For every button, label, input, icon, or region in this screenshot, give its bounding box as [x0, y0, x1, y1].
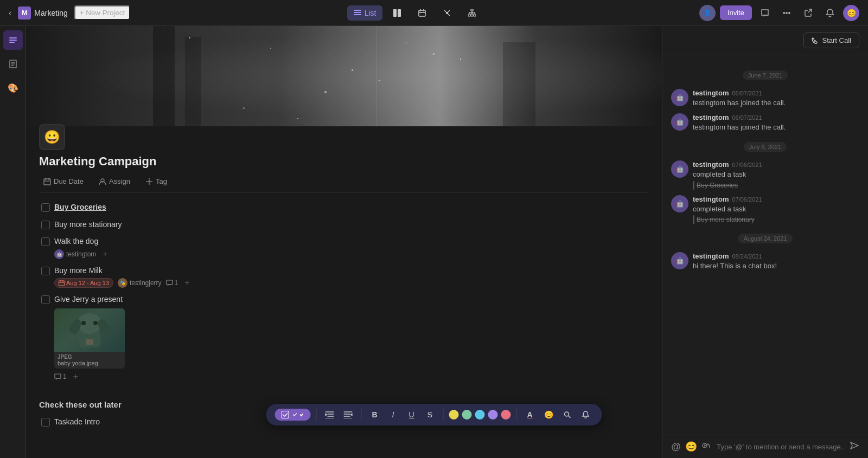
- list-item: 🤖 testingtom 08/24/2021 hi there! This i…: [671, 252, 859, 271]
- color-pink[interactable]: [501, 410, 511, 420]
- tab-orgchart[interactable]: [462, 6, 482, 20]
- task-name-2[interactable]: Buy more stationary: [54, 220, 122, 229]
- strikethrough-btn[interactable]: S: [423, 408, 438, 421]
- table-row: Buy more Milk Aug 12 - Aug 13 🎭 testingj…: [39, 262, 649, 292]
- notification-button[interactable]: [821, 4, 839, 22]
- task-checkbox-3[interactable]: [41, 237, 50, 246]
- task-checkbox-1[interactable]: [41, 203, 50, 212]
- tag-button[interactable]: Tag: [141, 175, 171, 188]
- indent-left-btn[interactable]: [341, 409, 356, 421]
- msg-avatar-2: 🤖: [671, 113, 688, 131]
- msg-avatar-1: 🤖: [671, 89, 688, 106]
- nav-tabs: List: [137, 5, 693, 21]
- assign-button[interactable]: Assign: [94, 175, 135, 188]
- attachment-image-5: [54, 308, 125, 352]
- tab-calendar[interactable]: [412, 6, 432, 20]
- nav-right-icons: 👤 Invite ••• 😊: [699, 4, 859, 22]
- invite-button[interactable]: Invite: [720, 5, 752, 20]
- task-content-1: Buy Groceries: [54, 202, 647, 213]
- msg-text-5: hi there! This is a chat box!: [693, 261, 777, 271]
- project-emoji[interactable]: 😀: [39, 124, 65, 150]
- due-date-button[interactable]: Due Date: [39, 175, 88, 188]
- svg-rect-24: [9, 42, 15, 43]
- tab-list-label: List: [365, 9, 376, 17]
- msg-text-1: testingtom has joined the call.: [693, 98, 786, 108]
- sidebar-item-tasks[interactable]: [3, 30, 23, 50]
- tab-mindmap[interactable]: [437, 6, 457, 20]
- svg-line-51: [569, 416, 571, 418]
- task-5-attachment[interactable]: JPEG baby yoda.jpeg: [54, 308, 125, 369]
- task-ref-bar-3: [693, 181, 694, 190]
- task-checkbox-4[interactable]: [41, 267, 50, 275]
- project-title: Marketing Campaign: [39, 154, 649, 169]
- emoji-format-btn[interactable]: 😊: [541, 408, 557, 421]
- task-name-6[interactable]: Taskade Intro: [54, 417, 100, 426]
- svg-rect-15: [471, 14, 473, 16]
- back-button[interactable]: ‹: [9, 8, 11, 18]
- task-content-5: Give Jerry a present: [54, 294, 647, 382]
- new-project-button[interactable]: + New Project: [74, 5, 130, 20]
- user-avatar[interactable]: 😊: [843, 5, 859, 21]
- sidebar-item-notes[interactable]: [3, 54, 23, 74]
- task-name-4[interactable]: Buy more Milk: [54, 266, 103, 275]
- svg-rect-16: [474, 14, 476, 16]
- svg-rect-13: [471, 9, 473, 11]
- underline-btn[interactable]: U: [404, 408, 419, 421]
- font-color-btn[interactable]: A: [522, 408, 538, 421]
- msg-body-1: testingtom 06/07/2021 testingtom has joi…: [693, 89, 786, 108]
- chat-icon-button[interactable]: [756, 4, 774, 22]
- task-5-meta: 1 +: [54, 372, 647, 382]
- gif-icon[interactable]: [701, 441, 711, 453]
- italic-btn[interactable]: I: [386, 408, 401, 421]
- msg-header-5: testingtom 08/24/2021: [693, 252, 777, 260]
- svg-point-50: [565, 412, 569, 416]
- share-button[interactable]: [800, 4, 817, 22]
- color-yellow[interactable]: [449, 410, 459, 420]
- task-name-1[interactable]: Buy Groceries: [54, 203, 106, 211]
- bold-btn[interactable]: B: [367, 408, 382, 421]
- start-call-button[interactable]: Start Call: [803, 33, 859, 48]
- notification-format-btn[interactable]: [578, 409, 593, 421]
- workspace-icon[interactable]: M: [18, 7, 31, 20]
- color-green[interactable]: [462, 410, 472, 420]
- task-4-add-btn[interactable]: +: [182, 278, 192, 288]
- attachment-type-5: JPEG: [58, 354, 122, 360]
- msg-user-4: testingtom: [693, 195, 729, 203]
- msg-avatar-3: 🤖: [671, 160, 688, 178]
- tab-board[interactable]: [387, 6, 407, 20]
- msg-header-1: testingtom 06/07/2021: [693, 89, 786, 97]
- color-purple[interactable]: [488, 410, 498, 420]
- more-options-button[interactable]: •••: [778, 4, 795, 22]
- mention-icon[interactable]: @: [671, 441, 681, 453]
- msg-header-3: testingtom 07/06/2021: [693, 160, 762, 169]
- avatar-main[interactable]: 👤: [699, 5, 716, 21]
- msg-user-3: testingtom: [693, 160, 729, 169]
- task-checkbox-6[interactable]: [41, 418, 50, 427]
- task-4-comment-count: 1: [175, 279, 178, 287]
- top-navigation: ‹ M Marketing + New Project List 👤 I: [0, 0, 868, 26]
- sidebar-item-palette[interactable]: 🎨: [3, 78, 23, 98]
- color-blue[interactable]: [475, 410, 485, 420]
- send-button[interactable]: [850, 441, 859, 453]
- task-name-5[interactable]: Give Jerry a present: [54, 295, 123, 304]
- attachment-name-5: baby yoda.jpeg: [58, 360, 122, 366]
- task-5-comments[interactable]: 1: [54, 373, 67, 380]
- emoji-icon[interactable]: 😊: [685, 441, 697, 453]
- table-row: Buy Groceries: [39, 199, 649, 216]
- task-5-add-btn[interactable]: +: [71, 372, 80, 382]
- tab-list[interactable]: List: [347, 5, 383, 21]
- task-name-3[interactable]: Walk the dog: [54, 237, 98, 246]
- workspace-info: M Marketing: [18, 7, 67, 20]
- task-4-comments[interactable]: 1: [166, 279, 178, 287]
- indent-right-btn[interactable]: [322, 409, 337, 421]
- search-format-btn[interactable]: [560, 409, 575, 421]
- task-checkbox-5[interactable]: [41, 295, 50, 304]
- formatting-toolbar: B I U S A 😊: [266, 404, 602, 425]
- chat-input-icons: @ 😊: [671, 441, 711, 453]
- svg-rect-14: [468, 14, 470, 16]
- svg-rect-0: [354, 10, 361, 11]
- task-3-add-btn[interactable]: +: [100, 249, 110, 259]
- task-checkbox-2[interactable]: [41, 221, 50, 229]
- chat-input-field[interactable]: [717, 443, 844, 451]
- task-toggle-btn[interactable]: [275, 409, 311, 421]
